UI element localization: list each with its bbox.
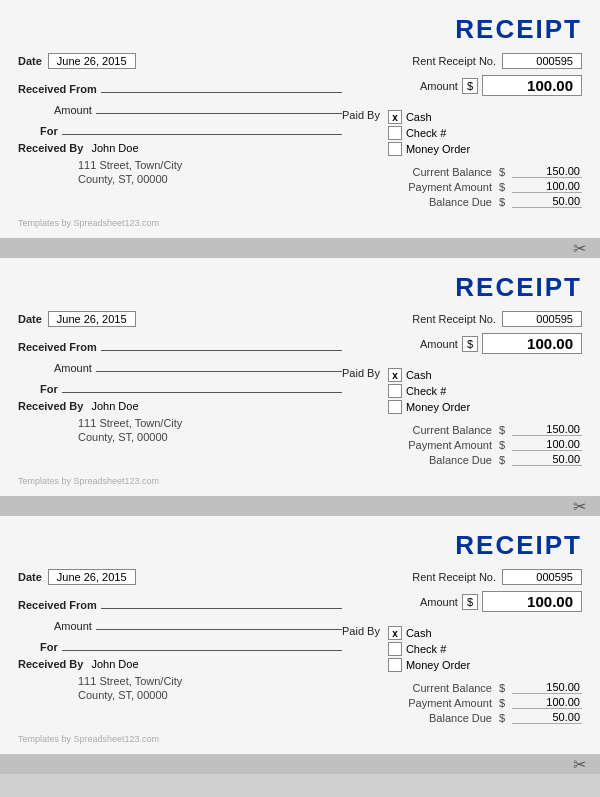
balance-due-dollar-3: $: [496, 712, 508, 724]
paid-by-label-1: Paid By: [342, 109, 380, 121]
received-by-value-1: John Doe: [87, 142, 342, 154]
received-by-value-3: John Doe: [87, 658, 342, 670]
rent-receipt-label-3: Rent Receipt No.: [412, 571, 496, 583]
payment-amount-label-2: Payment Amount: [382, 439, 492, 451]
amount-sub-label-2: Amount: [54, 362, 92, 374]
current-balance-label-2: Current Balance: [382, 424, 492, 436]
balance-due-label-1: Balance Due: [382, 196, 492, 208]
cash-checkbox-1[interactable]: x: [388, 110, 402, 124]
footer-1: Templates by Spreadsheet123.com: [18, 218, 582, 228]
for-field-2: [62, 379, 342, 393]
paid-by-section-3: Paid By x Cash Check # Money Order: [342, 625, 582, 672]
balance-due-dollar-1: $: [496, 196, 508, 208]
balance-due-dollar-2: $: [496, 454, 508, 466]
left-section-1: Received From Amount For Received By Joh…: [18, 75, 342, 210]
payment-options-1: x Cash Check # Money Order: [388, 109, 470, 156]
amount-label-1: Amount: [420, 80, 458, 92]
check-option-1: Check #: [388, 125, 470, 140]
balance-due-label-3: Balance Due: [382, 712, 492, 724]
receipt-title-3: RECEIPT: [18, 530, 582, 561]
rent-receipt-no-3: 000595: [502, 569, 582, 585]
receipt-title-1: RECEIPT: [18, 14, 582, 45]
right-section-2: Amount $ 100.00 Paid By x Cash Check #: [342, 333, 582, 468]
right-section-1: Amount $ 100.00 Paid By x Cash Check #: [342, 75, 582, 210]
date-label-3: Date: [18, 571, 42, 583]
money-order-option-3: Money Order: [388, 657, 470, 672]
money-order-checkbox-2[interactable]: [388, 400, 402, 414]
cash-label-2: Cash: [406, 369, 432, 381]
check-checkbox-2[interactable]: [388, 384, 402, 398]
balance-section-3: Current Balance $ 150.00 Payment Amount …: [342, 681, 582, 726]
balance-section-1: Current Balance $ 150.00 Payment Amount …: [342, 165, 582, 210]
scissors-icon-1: ✂: [573, 239, 586, 258]
payment-amount-dollar-2: $: [496, 439, 508, 451]
current-balance-label-3: Current Balance: [382, 682, 492, 694]
received-from-label-2: Received From: [18, 341, 97, 353]
check-checkbox-3[interactable]: [388, 642, 402, 656]
amount-label-2: Amount: [420, 338, 458, 350]
balance-due-value-2: 50.00: [512, 453, 582, 466]
amount-sub-field-3: [96, 616, 342, 630]
receipt-3: RECEIPT Date June 26, 2015 Rent Receipt …: [0, 516, 600, 754]
cash-option-2: x Cash: [388, 367, 470, 382]
scissors-icon-2: ✂: [573, 497, 586, 516]
money-order-checkbox-1[interactable]: [388, 142, 402, 156]
payment-options-2: x Cash Check # Money Order: [388, 367, 470, 414]
balance-due-value-1: 50.00: [512, 195, 582, 208]
money-order-checkbox-3[interactable]: [388, 658, 402, 672]
divider-2: ✂: [0, 496, 600, 516]
payment-amount-label-3: Payment Amount: [382, 697, 492, 709]
footer-2: Templates by Spreadsheet123.com: [18, 476, 582, 486]
amount-dollar-1: $: [462, 78, 478, 94]
current-balance-value-3: 150.00: [512, 681, 582, 694]
paid-by-section-1: Paid By x Cash Check # Money Order: [342, 109, 582, 156]
money-order-label-2: Money Order: [406, 401, 470, 413]
cash-option-3: x Cash: [388, 625, 470, 640]
amount-dollar-3: $: [462, 594, 478, 610]
cash-label-3: Cash: [406, 627, 432, 639]
current-balance-dollar-3: $: [496, 682, 508, 694]
received-by-value-2: John Doe: [87, 400, 342, 412]
payment-amount-value-2: 100.00: [512, 438, 582, 451]
current-balance-value-1: 150.00: [512, 165, 582, 178]
address-line2-1: County, ST, 00000: [18, 173, 342, 185]
for-field-3: [62, 637, 342, 651]
date-label-2: Date: [18, 313, 42, 325]
amount-sub-field-1: [96, 100, 342, 114]
received-from-field-3: [101, 595, 342, 609]
check-checkbox-1[interactable]: [388, 126, 402, 140]
date-value-2: June 26, 2015: [48, 311, 136, 327]
address-line1-3: 111 Street, Town/City: [18, 675, 342, 687]
for-field-1: [62, 121, 342, 135]
rent-receipt-label-2: Rent Receipt No.: [412, 313, 496, 325]
amount-label-3: Amount: [420, 596, 458, 608]
balance-due-label-2: Balance Due: [382, 454, 492, 466]
check-option-2: Check #: [388, 383, 470, 398]
current-balance-dollar-1: $: [496, 166, 508, 178]
right-section-3: Amount $ 100.00 Paid By x Cash Check #: [342, 591, 582, 726]
money-order-option-1: Money Order: [388, 141, 470, 156]
check-label-2: Check #: [406, 385, 446, 397]
received-from-field-2: [101, 337, 342, 351]
payment-amount-dollar-1: $: [496, 181, 508, 193]
cash-checkbox-2[interactable]: x: [388, 368, 402, 382]
divider-1: ✂: [0, 238, 600, 258]
money-order-option-2: Money Order: [388, 399, 470, 414]
cash-checkbox-3[interactable]: x: [388, 626, 402, 640]
current-balance-dollar-2: $: [496, 424, 508, 436]
divider-3: ✂: [0, 754, 600, 774]
left-section-3: Received From Amount For Received By Joh…: [18, 591, 342, 726]
for-label-1: For: [40, 125, 58, 137]
left-section-2: Received From Amount For Received By Joh…: [18, 333, 342, 468]
received-by-label-2: Received By: [18, 400, 83, 412]
amount-value-3: 100.00: [482, 591, 582, 612]
address-line2-3: County, ST, 00000: [18, 689, 342, 701]
received-from-label-3: Received From: [18, 599, 97, 611]
paid-by-label-2: Paid By: [342, 367, 380, 379]
for-label-2: For: [40, 383, 58, 395]
address-line1-1: 111 Street, Town/City: [18, 159, 342, 171]
receipt-title-2: RECEIPT: [18, 272, 582, 303]
current-balance-value-2: 150.00: [512, 423, 582, 436]
amount-sub-field-2: [96, 358, 342, 372]
amount-value-1: 100.00: [482, 75, 582, 96]
